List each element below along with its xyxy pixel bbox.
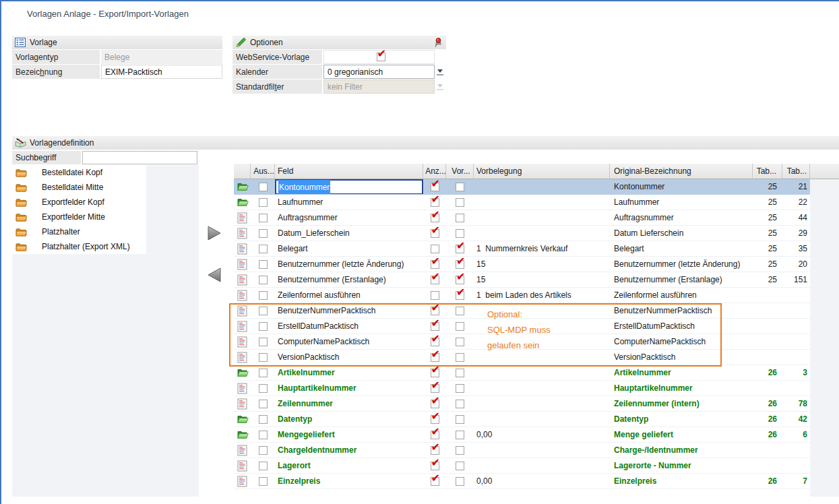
move-left-button[interactable] [206,267,222,283]
feld-edit-input[interactable]: Kontonummer [275,179,423,194]
vor-checkbox[interactable] [456,322,464,331]
table-row[interactable]: Kontonummer✔Kontonummer2521 [234,179,810,195]
column-header[interactable]: Tab... [782,164,810,179]
vor-checkbox[interactable] [456,353,464,362]
column-header[interactable]: Vorbelegung [474,164,610,179]
anz-checkbox[interactable]: ✔ [431,400,439,408]
vor-checkbox[interactable]: ✔ [456,276,464,284]
vor-checkbox[interactable] [456,338,464,346]
anz-checkbox[interactable]: ✔ [431,183,439,191]
kalender-dropdown-button[interactable] [435,65,446,79]
table-row[interactable]: Auftragsnummer✔Auftragsnummer2544 [234,210,810,226]
vor-checkbox[interactable] [456,369,464,377]
anz-checkbox[interactable]: ✔ [431,353,439,362]
search-input[interactable] [82,151,197,164]
column-header[interactable]: Aus... [251,164,275,179]
table-row[interactable]: ChargeIdentnummer✔Charge-/Identnummer [234,443,810,458]
anz-checkbox[interactable]: ✔ [431,369,439,377]
aus-checkbox[interactable] [259,477,268,486]
aus-checkbox[interactable] [259,415,268,424]
aus-checkbox[interactable] [259,353,268,362]
aus-checkbox[interactable] [259,369,268,377]
aus-checkbox[interactable] [259,462,268,470]
vor-checkbox[interactable] [456,384,464,393]
aus-checkbox[interactable] [259,431,268,439]
vor-checkbox[interactable] [456,477,464,486]
anz-checkbox[interactable]: ✔ [431,307,439,315]
anz-checkbox[interactable]: ✔ [431,229,439,238]
anz-checkbox[interactable]: ✔ [431,415,439,424]
anz-checkbox[interactable]: ✔ [431,338,439,346]
column-header[interactable] [234,164,251,179]
table-row[interactable]: Benutzernummer (Erstanlage)✔✔15Benutzern… [234,272,810,288]
table-row[interactable]: Einzelpreis✔0,00Einzelpreis267 [234,474,810,489]
vor-checkbox[interactable] [456,462,464,470]
anz-checkbox[interactable]: ✔ [431,446,439,455]
anz-checkbox[interactable]: ✔ [431,198,439,207]
aus-checkbox[interactable] [259,322,268,331]
aus-checkbox[interactable] [259,446,268,455]
anz-checkbox[interactable]: ✔ [431,260,439,269]
folder-item[interactable]: Platzhalter (Export XML) [12,239,146,254]
table-row[interactable]: Datentyp✔Datentyp2642 [234,412,810,427]
aus-checkbox[interactable] [259,384,268,393]
table-row[interactable]: Zeilennummer✔Zeilennummer (intern)2678 [234,396,810,412]
vor-checkbox[interactable] [456,400,464,408]
column-header[interactable]: Feld [275,164,423,179]
folder-item[interactable]: Exportfelder Kopf [12,195,146,210]
vor-checkbox[interactable] [456,229,464,238]
aus-checkbox[interactable] [259,307,268,315]
vor-checkbox[interactable] [456,446,464,455]
aus-checkbox[interactable] [259,291,268,300]
vor-checkbox[interactable] [456,431,464,439]
kalender-select[interactable]: 0 gregorianisch [323,65,435,79]
table-row[interactable]: Datum_Lieferschein✔Datum Lieferschein252… [234,226,810,241]
anz-checkbox[interactable]: ✔ [431,462,439,470]
bezeichnung-input[interactable]: EXIM-Packtisch [101,65,222,79]
aus-checkbox[interactable] [259,214,268,222]
anz-checkbox[interactable]: ✔ [431,477,439,486]
anz-checkbox[interactable] [431,291,439,300]
aus-checkbox[interactable] [259,400,268,408]
table-row[interactable]: Hauptartikelnummer✔Hauptartikelnummer [234,381,810,396]
anz-checkbox[interactable] [431,245,439,253]
aus-checkbox[interactable] [259,260,268,269]
table-row[interactable]: Artikelnummer✔Artikelnummer263 [234,365,810,381]
aus-checkbox[interactable] [259,229,268,238]
move-right-button[interactable] [206,225,222,241]
folder-item[interactable]: Exportfelder Mitte [12,210,146,224]
aus-checkbox[interactable] [259,183,268,191]
table-row[interactable]: Benutzernummer (letzte Änderung)✔✔15Benu… [234,257,810,272]
table-row[interactable]: Zeilenformel ausführen✔1 beim Laden des … [234,288,810,303]
anz-checkbox[interactable]: ✔ [431,276,439,284]
column-header[interactable]: Original-Bezeichnung [610,164,753,179]
anz-checkbox[interactable]: ✔ [431,322,439,331]
aus-checkbox[interactable] [259,338,268,346]
vor-checkbox[interactable] [456,214,464,222]
anz-checkbox[interactable]: ✔ [431,431,439,439]
webservice-checkbox[interactable]: ✔ [377,53,385,61]
anz-checkbox[interactable]: ✔ [431,214,439,222]
table-row[interactable]: Lagerort✔Lagerorte - Nummer [234,458,810,474]
table-row[interactable]: Laufnummer✔Laufnummer2522 [234,195,810,210]
column-header[interactable]: Anz... [423,164,446,179]
vor-checkbox[interactable] [456,415,464,424]
vor-checkbox[interactable]: ✔ [456,291,464,300]
folder-item[interactable]: Bestelldatei Kopf [12,165,146,180]
vor-checkbox[interactable] [456,198,464,207]
aus-checkbox[interactable] [259,245,268,253]
vor-checkbox[interactable] [456,183,464,191]
folder-item[interactable]: Bestelldatei Mitte [12,180,146,195]
vor-checkbox[interactable] [456,307,464,315]
folder-item[interactable]: Platzhalter [12,224,146,239]
vor-checkbox[interactable]: ✔ [456,260,464,269]
vor-checkbox[interactable]: ✔ [456,245,464,253]
pin-icon[interactable] [432,37,444,48]
anz-checkbox[interactable]: ✔ [431,384,439,393]
column-header[interactable]: Tab... [753,164,782,179]
column-header[interactable]: Vor... [446,164,474,179]
table-row[interactable]: Belegart✔1 Nummernkreis VerkaufBelegart2… [234,241,810,257]
table-row[interactable]: Mengegeliefert✔0,00Menge geliefert266 [234,427,810,443]
aus-checkbox[interactable] [259,198,268,207]
aus-checkbox[interactable] [259,276,268,284]
